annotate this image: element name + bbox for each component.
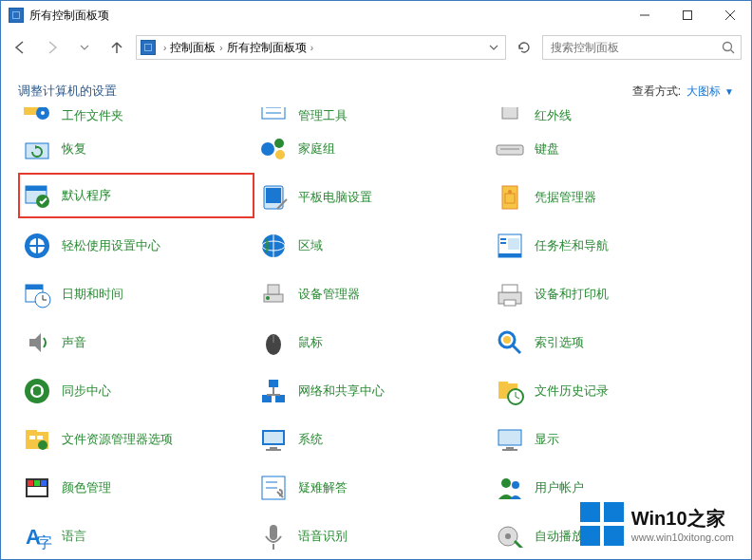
list-item[interactable]: 家庭组 — [254, 124, 491, 173]
svg-rect-60 — [269, 380, 278, 387]
region-icon — [258, 231, 289, 261]
list-item[interactable]: 设备管理器 — [254, 270, 491, 318]
list-item[interactable]: 文件资源管理器选项 — [18, 415, 254, 463]
chevron-right-icon: › — [163, 43, 166, 53]
devices-printers-icon — [495, 279, 525, 309]
list-item[interactable]: 轻松使用设置中心 — [18, 221, 254, 270]
crumb-control-panel[interactable]: 控制面板 — [170, 40, 216, 56]
list-item[interactable]: 网络和共享中心 — [254, 366, 491, 415]
list-item[interactable]: 任务栏和导航 — [491, 221, 727, 270]
svg-rect-37 — [500, 238, 506, 240]
search-icon[interactable] — [722, 41, 735, 54]
svg-rect-70 — [29, 436, 35, 439]
item-label: 用户帐户 — [535, 479, 584, 496]
list-item[interactable]: 显示 — [491, 415, 727, 463]
list-item[interactable]: 区域 — [254, 221, 491, 270]
explorer-options-icon — [22, 424, 52, 455]
svg-rect-78 — [506, 447, 514, 449]
svg-point-4 — [724, 43, 732, 51]
breadcrumb-dropdown[interactable] — [485, 38, 502, 57]
up-button[interactable] — [103, 34, 130, 61]
list-item[interactable]: 平板电脑设置 — [254, 173, 491, 221]
svg-point-48 — [266, 296, 270, 300]
svg-rect-71 — [37, 436, 43, 439]
svg-rect-38 — [500, 242, 506, 244]
device-manager-icon — [258, 279, 289, 309]
list-item[interactable]: 同步中心 — [18, 366, 254, 415]
svg-rect-74 — [264, 432, 283, 443]
server-icon — [495, 107, 525, 122]
crumb-all-items[interactable]: 所有控制面板项 — [227, 40, 307, 56]
svg-point-56 — [503, 336, 511, 344]
svg-rect-77 — [498, 430, 521, 445]
svg-line-55 — [513, 345, 520, 353]
list-item[interactable]: 鼠标 — [254, 318, 491, 366]
list-item[interactable]: 声音 — [18, 318, 254, 366]
close-button[interactable] — [708, 1, 751, 29]
content-area: 调整计算机的设置 查看方式: 大图标 ▼ 工作文件夹管理工具红外线恢复家庭组键盘… — [1, 65, 751, 559]
list-item[interactable]: 文件历史记录 — [491, 366, 727, 415]
item-label: 文件历史记录 — [535, 383, 609, 400]
default-programs-icon — [22, 180, 52, 211]
window: 所有控制面板项 › 控制面板 › 所有控制面板项 › — [0, 0, 752, 560]
list-item[interactable]: 语音识别 — [254, 512, 491, 559]
list-item[interactable]: 疑难解答 — [254, 463, 491, 512]
list-item[interactable]: 日期和时间 — [18, 270, 254, 318]
svg-point-18 — [274, 139, 284, 148]
item-label: 颜色管理 — [62, 479, 111, 496]
list-item[interactable]: 设备和打印机 — [491, 270, 727, 318]
app-icon — [9, 8, 24, 23]
list-item[interactable]: 凭据管理器 — [491, 173, 727, 221]
refresh-button[interactable] — [512, 35, 536, 60]
minimize-button[interactable] — [623, 1, 666, 29]
list-item[interactable]: 键盘 — [491, 124, 727, 173]
svg-rect-79 — [502, 449, 517, 451]
svg-rect-64 — [498, 382, 508, 385]
forward-button[interactable] — [39, 34, 66, 61]
sync-icon — [22, 376, 52, 406]
tools-icon — [258, 107, 289, 122]
watermark: Win10之家 www.win10xitong.com — [580, 502, 734, 546]
svg-point-19 — [275, 150, 285, 159]
svg-rect-76 — [266, 449, 281, 451]
svg-rect-84 — [28, 487, 47, 495]
search-input[interactable] — [542, 35, 742, 60]
list-item[interactable]: 红外线 — [491, 107, 727, 124]
list-item[interactable]: A字语言 — [18, 512, 254, 559]
chevron-right-icon: › — [219, 43, 222, 53]
users-icon — [495, 473, 525, 503]
homegroup-icon — [258, 134, 289, 164]
item-label: 设备管理器 — [298, 286, 360, 303]
list-item[interactable]: 工作文件夹 — [18, 107, 254, 124]
svg-rect-42 — [26, 285, 43, 289]
recovery-icon — [22, 134, 52, 164]
list-item[interactable]: 系统 — [254, 415, 491, 463]
search-field[interactable] — [549, 40, 710, 55]
svg-rect-26 — [266, 188, 281, 203]
back-button[interactable] — [7, 34, 33, 61]
list-item[interactable]: 管理工具 — [254, 107, 491, 124]
svg-rect-28 — [502, 186, 517, 209]
list-item[interactable]: 恢复 — [18, 124, 254, 173]
item-label: 索引选项 — [535, 334, 584, 351]
list-item[interactable]: 颜色管理 — [18, 463, 254, 512]
viewmode-label: 查看方式: — [632, 84, 681, 100]
navbar: › 控制面板 › 所有控制面板项 › — [1, 29, 751, 65]
item-label: 轻松使用设置中心 — [62, 237, 160, 254]
chevron-down-icon[interactable]: ▼ — [724, 86, 734, 97]
item-label: 默认程序 — [62, 187, 111, 204]
recent-dropdown[interactable] — [71, 34, 98, 61]
maximize-button[interactable] — [666, 1, 708, 29]
viewmode-value[interactable]: 大图标 — [686, 84, 721, 100]
item-label: 系统 — [298, 431, 323, 448]
item-label: 语言 — [62, 528, 86, 545]
list-item[interactable]: 索引选项 — [491, 318, 727, 366]
network-icon — [258, 376, 289, 406]
item-label: 家庭组 — [298, 140, 335, 158]
list-item[interactable]: 默认程序 — [18, 173, 254, 218]
breadcrumb[interactable]: › 控制面板 › 所有控制面板项 › — [136, 35, 506, 60]
language-icon: A字 — [22, 521, 52, 551]
item-label: 区域 — [298, 237, 323, 254]
item-label: 管理工具 — [298, 107, 348, 124]
file-history-icon — [495, 376, 525, 406]
